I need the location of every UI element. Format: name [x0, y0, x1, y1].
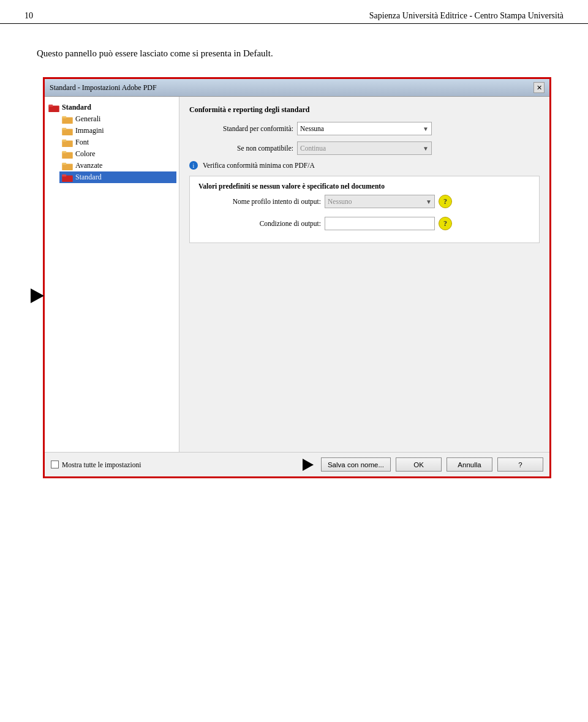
bottom-arrow-icon — [303, 459, 314, 471]
svg-rect-9 — [62, 151, 66, 153]
compatibile-select: Continua ▼ — [297, 141, 432, 155]
conformita-row: Standard per conformità: Nessuna ▼ — [189, 122, 540, 135]
left-panel: Standard Generali — [45, 97, 179, 452]
annulla-button[interactable]: Annulla — [447, 457, 492, 472]
salva-button[interactable]: Salva con nome... — [321, 457, 391, 472]
intro-text: Questo pannello può essere lasciato come… — [37, 48, 551, 59]
tree-root-label: Standard — [62, 103, 91, 112]
close-button[interactable]: ✕ — [533, 82, 545, 93]
tree-item-avanzate[interactable]: Avanzate — [59, 160, 176, 171]
footer-left: Mostra tutte le impostazioni — [51, 461, 141, 468]
tree-item-immagini[interactable]: Immagini — [59, 125, 176, 137]
tree-label-immagini: Immagini — [75, 126, 104, 135]
page-number: 10 — [24, 11, 33, 21]
tree-item-generali[interactable]: Generali — [59, 113, 176, 125]
tree-label-generali: Generali — [75, 115, 100, 124]
nome-profilo-arrow-icon: ▼ — [426, 198, 432, 205]
folder-icon-standard — [62, 173, 73, 182]
svg-rect-13 — [62, 174, 66, 176]
condizione-help-button[interactable]: ? — [439, 217, 452, 230]
dialog-window: Standard - Impostazioni Adobe PDF ✕ Stan… — [43, 77, 551, 478]
conformita-arrow-icon: ▼ — [423, 126, 429, 132]
folder-icon-colore — [62, 150, 73, 159]
tree-label-colore: Colore — [75, 149, 96, 159]
conformita-label: Standard per conformità: — [189, 125, 293, 132]
root-folder-icon — [48, 103, 59, 112]
nome-profilo-row: Nome profilo intento di output: Nessuno … — [198, 195, 530, 208]
footer-right: Salva con nome... OK Annulla ? — [303, 457, 543, 472]
conformita-select[interactable]: Nessuna ▼ — [297, 122, 432, 135]
condizione-input[interactable] — [325, 217, 435, 230]
ok-button[interactable]: OK — [396, 457, 442, 472]
folder-icon-generali — [62, 115, 73, 124]
info-icon: i — [189, 161, 198, 170]
page-title: Sapienza Università Editrice - Centro St… — [369, 11, 564, 21]
folder-icon-immagini — [62, 127, 73, 135]
dialog-titlebar: Standard - Impostazioni Adobe PDF ✕ — [45, 79, 549, 97]
svg-rect-5 — [62, 127, 66, 130]
section-box: Valori predefiniti se nessun valore è sp… — [189, 176, 540, 243]
compatibile-row: Se non compatibile: Continua ▼ — [189, 141, 540, 155]
compatibile-arrow-icon: ▼ — [423, 145, 429, 152]
svg-rect-3 — [62, 116, 66, 118]
nome-profilo-label: Nome profilo intento di output: — [198, 198, 321, 205]
svg-rect-1 — [48, 104, 53, 107]
verifica-row: i Verifica conformità minima con PDF/A — [189, 161, 540, 170]
svg-rect-7 — [62, 139, 66, 141]
svg-rect-11 — [62, 162, 66, 165]
tree-item-root[interactable]: Standard — [47, 102, 176, 113]
right-panel: Conformità e reporting degli standard St… — [179, 97, 549, 452]
tree-item-font[interactable]: Font — [59, 137, 176, 148]
tree-label-font: Font — [75, 138, 89, 147]
tree-children: Generali Immagini — [47, 113, 176, 183]
tree-label-standard: Standard — [75, 173, 102, 182]
nome-profilo-help-button[interactable]: ? — [439, 195, 452, 208]
folder-icon-avanzate — [62, 162, 73, 170]
condizione-output-row: Condizione di output: ? — [198, 217, 530, 230]
tree-label-avanzate: Avanzate — [75, 161, 102, 170]
conformita-value: Nessuna — [300, 125, 420, 132]
nome-profilo-select: Nessuno ▼ — [325, 195, 435, 208]
panel-title: Conformità e reporting degli standard — [189, 105, 540, 115]
help-button[interactable]: ? — [497, 457, 543, 472]
dialog-title-text: Standard - Impostazioni Adobe PDF — [50, 83, 157, 92]
dialog-footer: Mostra tutte le impostazioni Salva con n… — [45, 452, 549, 476]
tree-item-standard[interactable]: Standard — [59, 171, 176, 183]
nome-profilo-value: Nessuno — [328, 198, 423, 205]
compatibile-label: Se non compatibile: — [189, 145, 293, 152]
condizione-label: Condizione di output: — [198, 220, 321, 227]
compatibile-value: Continua — [300, 145, 420, 152]
tree-item-colore[interactable]: Colore — [59, 148, 176, 160]
folder-icon-font — [62, 138, 73, 147]
left-arrow-icon — [31, 288, 44, 303]
mostra-label: Mostra tutte le impostazioni — [62, 461, 141, 468]
verifica-label: Verifica conformità minima con PDF/A — [203, 162, 315, 169]
section-label: Valori predefiniti se nessun valore è sp… — [198, 182, 530, 190]
mostra-checkbox[interactable] — [51, 461, 59, 468]
